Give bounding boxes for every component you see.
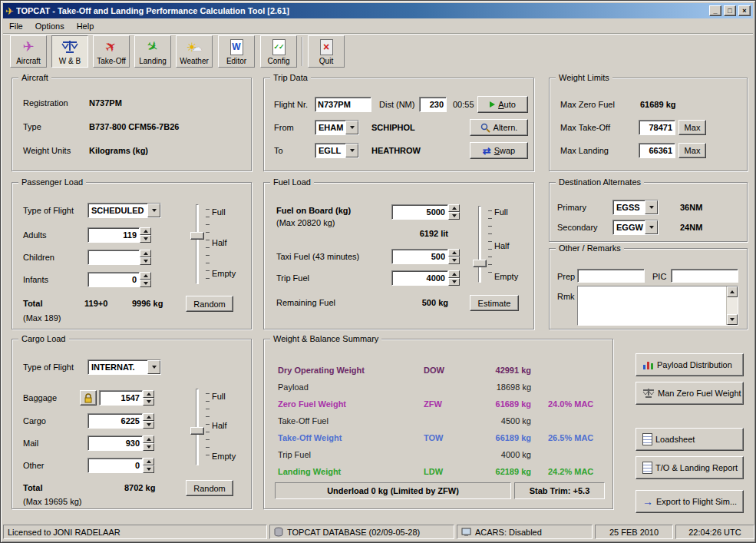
dropdown-arrow-icon[interactable] (645, 200, 658, 214)
slider-handle[interactable] (190, 427, 204, 435)
dropdown-arrow-icon[interactable] (645, 220, 658, 234)
spin-up-button[interactable] (140, 250, 151, 257)
spin-down-button[interactable] (143, 443, 154, 451)
children-input[interactable] (87, 250, 140, 265)
fuel-on-board-input[interactable] (391, 204, 448, 220)
toolbar-label: Weather (180, 57, 209, 65)
spin-up-button[interactable] (448, 270, 460, 278)
remarks-box (577, 286, 738, 326)
cargo-load-slider[interactable] (190, 389, 204, 465)
spin-up-button[interactable] (448, 204, 460, 212)
cargo-input[interactable] (87, 413, 143, 429)
estimate-button[interactable]: Estimate (470, 295, 519, 311)
max-landing-button[interactable]: Max (678, 143, 706, 158)
close-button[interactable]: × (738, 5, 751, 16)
alternates-button[interactable]: Altern. (470, 119, 528, 136)
pic-input[interactable] (671, 269, 738, 283)
remaining-fuel-value: 500 kg (391, 298, 448, 307)
minimize-button[interactable]: _ (709, 5, 721, 16)
spin-up-button[interactable] (143, 390, 154, 398)
spin-up-button[interactable] (143, 435, 154, 443)
spin-up-button[interactable] (143, 458, 154, 465)
toolbar-button-landing[interactable]: ✈ Landing (134, 35, 171, 68)
spin-down-button[interactable] (448, 257, 460, 264)
mail-stepper (143, 435, 154, 451)
spin-up-button[interactable] (140, 272, 151, 280)
remarks-textarea[interactable] (578, 286, 726, 325)
slider-handle[interactable] (190, 232, 204, 240)
max-takeoff-button[interactable]: Max (678, 120, 706, 135)
baggage-input[interactable] (99, 390, 143, 406)
max-zero-fuel-label: Max Zero Fuel (560, 100, 615, 109)
spin-down-button[interactable] (448, 212, 460, 220)
cargo-max-note: (Max 19695 kg) (23, 497, 81, 506)
to-airport-select[interactable]: EGLL (315, 143, 359, 158)
dropdown-arrow-icon[interactable] (345, 121, 358, 134)
taxi-fuel-input[interactable] (391, 249, 448, 264)
toolbar-button-editor[interactable]: W Editor (218, 35, 255, 68)
man-zero-fuel-weight-button[interactable]: Man Zero Fuel Weight (636, 382, 744, 405)
max-takeoff-input[interactable] (639, 120, 675, 135)
auto-button[interactable]: Auto (477, 96, 528, 113)
spin-down-button[interactable] (143, 421, 154, 429)
spin-down-button[interactable] (140, 280, 151, 287)
payload-distribution-button[interactable]: Payload Distribution (636, 353, 744, 376)
spin-up-button[interactable] (448, 249, 460, 257)
menu-file[interactable]: File (3, 20, 29, 32)
to-landing-report-button[interactable]: T/O & Landing Report (636, 456, 744, 479)
loadsheet-button[interactable]: Loadsheet (636, 428, 744, 451)
prep-input[interactable] (577, 269, 645, 283)
toolbar-button-config[interactable]: ✓✓ Config (260, 35, 297, 68)
app-icon[interactable]: ✈ (5, 6, 14, 16)
swap-button[interactable]: ⇄ Swap (470, 142, 528, 159)
scroll-down-button[interactable] (727, 314, 738, 325)
spin-down-button[interactable] (448, 278, 460, 286)
toolbar-button-wb[interactable]: W & B (51, 35, 88, 68)
spin-down-button[interactable] (143, 465, 154, 473)
primary-alternate-select[interactable]: EGSS (612, 200, 659, 215)
cargo-total-label: Total (23, 483, 42, 492)
toolbar-button-aircraft[interactable]: ✈ Aircraft (10, 35, 47, 68)
mail-input[interactable] (87, 435, 143, 451)
spin-up-button[interactable] (140, 227, 151, 235)
adults-input[interactable] (87, 227, 140, 243)
from-airport-select[interactable]: EHAM (315, 120, 359, 135)
maximize-button[interactable]: □ (724, 5, 736, 16)
max-landing-input[interactable] (639, 143, 675, 158)
slider-handle[interactable] (473, 260, 487, 267)
dropdown-arrow-icon[interactable] (147, 204, 160, 217)
spin-down-button[interactable] (140, 235, 151, 243)
flight-type-select[interactable]: SCHEDULED (87, 203, 161, 218)
toolbar-button-quit[interactable]: × Quit (308, 35, 345, 68)
infants-input[interactable] (87, 272, 140, 287)
secondary-label: Secondary (557, 223, 598, 232)
passenger-load-slider[interactable] (190, 204, 204, 284)
other-cargo-input[interactable] (87, 458, 143, 473)
fuel-load-slider[interactable] (473, 206, 487, 283)
export-flight-sim-button[interactable]: → Export to Flight Sim... (636, 490, 744, 513)
spin-up-button[interactable] (143, 413, 154, 421)
baggage-lock-button[interactable] (80, 390, 97, 406)
dropdown-arrow-icon[interactable] (147, 360, 160, 374)
max-takeoff-label: Max Take-Off (560, 123, 610, 132)
secondary-alternate-select[interactable]: EGGW (612, 220, 659, 235)
spin-down-button[interactable] (140, 257, 151, 265)
trip-fuel-input[interactable] (391, 270, 448, 286)
aircraft-group: Aircraft Registration N737PM Type B737-8… (12, 78, 252, 171)
toolbar-button-weather[interactable]: ☀☁ Weather (176, 35, 213, 68)
scroll-up-button[interactable] (727, 286, 738, 297)
random-cargo-button[interactable]: Random (186, 480, 233, 496)
slider-ticks (206, 393, 210, 461)
menu-help[interactable]: Help (71, 20, 101, 32)
remarks-scrollbar[interactable] (726, 286, 738, 325)
baggage-label: Baggage (23, 393, 57, 402)
toolbar-button-takeoff[interactable]: ✈ Take-Off (93, 35, 130, 68)
dropdown-arrow-icon[interactable] (345, 144, 358, 157)
menu-options[interactable]: Options (29, 20, 71, 32)
flight-nr-input[interactable] (315, 97, 371, 112)
dist-input[interactable] (419, 97, 447, 112)
random-pax-button[interactable]: Random (186, 296, 233, 312)
toolbar-label: W & B (59, 57, 81, 65)
spin-down-button[interactable] (143, 398, 154, 406)
cargo-flight-type-select[interactable]: INTERNAT. (87, 359, 161, 375)
